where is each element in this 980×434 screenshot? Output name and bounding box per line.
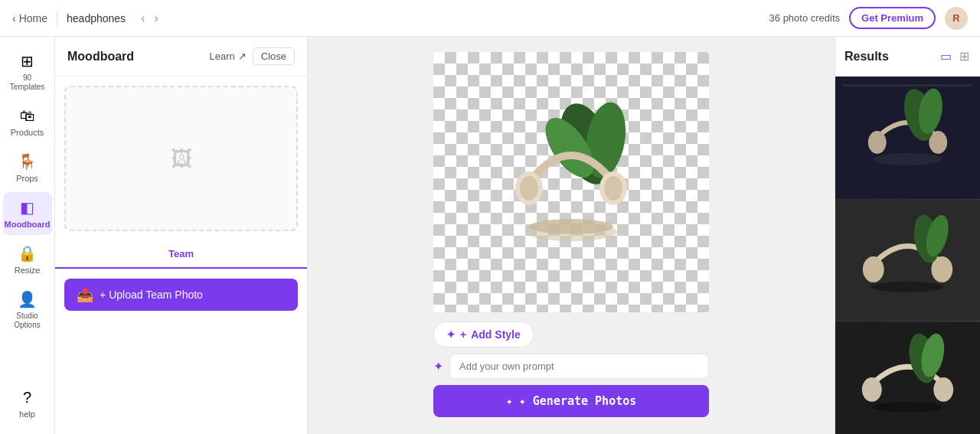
studio-options-label: Studio Options [8,312,47,330]
nav-prev-button[interactable]: ‹ [138,10,148,27]
canvas-area: ✦ + Add Style ✦ ✦ ✦ Generate Photos ‖ [308,37,835,434]
canvas-board[interactable] [433,52,709,312]
result-image-3[interactable] [835,321,980,434]
sidebar-item-resize[interactable]: 🔒 Resize [3,238,52,281]
studio-options-icon: 👤 [18,290,37,308]
props-label: Props [16,174,38,183]
main-layout: ⊞ 90 Templates 🛍 Products 🪑 Props ◧ Mood… [0,37,980,434]
moodboard-panel: Moodboard Learn ↗ Close 🖼 Team 📤 + U [55,37,308,434]
templates-label: 90 Templates [8,73,47,92]
avatar[interactable]: R [945,7,968,30]
generate-label: ✦ Generate Photos [519,394,637,408]
canvas-inner: ✦ + Add Style ✦ ✦ ✦ Generate Photos [323,52,819,417]
moodboard-upload-area: 📤 + Upload Team Photo [55,269,307,320]
wand-icon: ✦ [433,359,443,374]
sparkle-icon: ✦ [446,328,456,341]
external-link-icon: ↗ [238,51,247,62]
moodboard-icon: ◧ [20,198,34,217]
nav-next-button[interactable]: › [151,10,161,27]
svg-point-27 [873,402,943,413]
plus-label: + [460,328,466,341]
sidebar: ⊞ 90 Templates 🛍 Products 🪑 Props ◧ Mood… [0,37,55,434]
topbar-nav: ‹ › [138,10,162,27]
sidebar-item-props[interactable]: 🪑 Props [3,146,52,189]
generate-sparkle-icon: ✦ [506,394,513,408]
results-grid: 🗑 ♡ ⌄ [835,77,980,434]
canvas-product [472,83,671,282]
svg-rect-16 [835,199,980,321]
close-button[interactable]: Close [253,47,295,65]
results-title: Results [844,50,889,64]
add-style-label: Add Style [471,328,521,341]
moodboard-image-area: 🖼 [55,77,307,240]
add-style-button[interactable]: ✦ + Add Style [433,321,534,348]
home-link[interactable]: ‹ Home [12,12,47,24]
result-item-2 [835,199,980,321]
help-label: help [19,410,35,419]
prompt-row: ✦ [433,354,709,379]
upload-team-photo-button[interactable]: 📤 + Upload Team Photo [64,279,298,311]
sidebar-item-products[interactable]: 🛍 Products [3,101,52,143]
sidebar-item-help[interactable]: ? help [3,383,52,425]
svg-rect-10 [843,84,972,86]
project-title: headphones [67,12,126,24]
moodboard-title: Moodboard [67,50,134,64]
list-view-button[interactable]: ▭ [939,47,953,65]
svg-point-8 [529,219,613,234]
headphones-product-image [487,98,655,266]
home-label: Home [19,12,47,24]
help-icon: ? [23,389,31,406]
sidebar-item-studio-options[interactable]: 👤 Studio Options [3,284,52,336]
tab-team[interactable]: Team [55,240,307,269]
prompt-input[interactable] [449,354,709,379]
chevron-left-icon: ‹ [12,12,16,24]
sidebar-item-moodboard[interactable]: ◧ Moodboard [3,192,52,235]
products-label: Products [11,128,44,137]
results-view-buttons: ▭ ⊞ [939,47,971,65]
result-item-1 [835,77,980,199]
resize-icon: 🔒 [18,244,37,263]
upload-label: + Upload Team Photo [100,289,203,301]
svg-point-6 [604,176,622,201]
templates-icon: ⊞ [21,52,34,70]
upload-icon: 📤 [77,286,93,303]
results-panel: Results ▭ ⊞ [835,37,980,434]
svg-point-15 [874,153,942,165]
svg-point-4 [520,176,538,201]
products-icon: 🛍 [20,107,35,125]
canvas-controls: ✦ + Add Style ✦ ✦ ✦ Generate Photos [433,321,709,417]
learn-button[interactable]: Learn ↗ [210,51,247,62]
sidebar-item-templates[interactable]: ⊞ 90 Templates [3,46,52,98]
result-image-2[interactable] [835,199,980,321]
svg-point-11 [868,131,887,154]
topbar: ‹ Home headphones ‹ › 36 photo credits G… [0,0,980,37]
result-item-3: 🗑 ♡ ⌄ [835,321,980,434]
svg-point-17 [863,256,884,282]
results-header: Results ▭ ⊞ [835,37,980,77]
add-style-row: ✦ + Add Style [433,321,709,348]
svg-point-24 [933,377,953,402]
moodboard-tabs: Team [55,240,307,269]
result-image-1[interactable] [835,77,980,199]
svg-point-21 [871,282,944,292]
moodboard-header-buttons: Learn ↗ Close [210,47,296,65]
topbar-right: 36 photo credits Get Premium R [769,7,968,30]
topbar-divider [57,11,57,26]
generate-photos-button[interactable]: ✦ ✦ Generate Photos [433,385,709,417]
premium-button[interactable]: Get Premium [849,7,936,29]
moodboard-image-placeholder[interactable]: 🖼 [64,86,298,231]
svg-point-23 [862,377,882,402]
photo-credits: 36 photo credits [769,12,841,24]
moodboard-label: Moodboard [5,220,51,229]
resize-label: Resize [15,266,41,275]
learn-label: Learn [210,51,235,62]
moodboard-header: Moodboard Learn ↗ Close [55,37,307,77]
grid-view-button[interactable]: ⊞ [958,47,971,65]
svg-rect-22 [835,321,980,434]
props-icon: 🪑 [18,152,37,171]
image-placeholder-icon: 🖼 [171,146,192,171]
plus-icon: + [100,289,106,301]
